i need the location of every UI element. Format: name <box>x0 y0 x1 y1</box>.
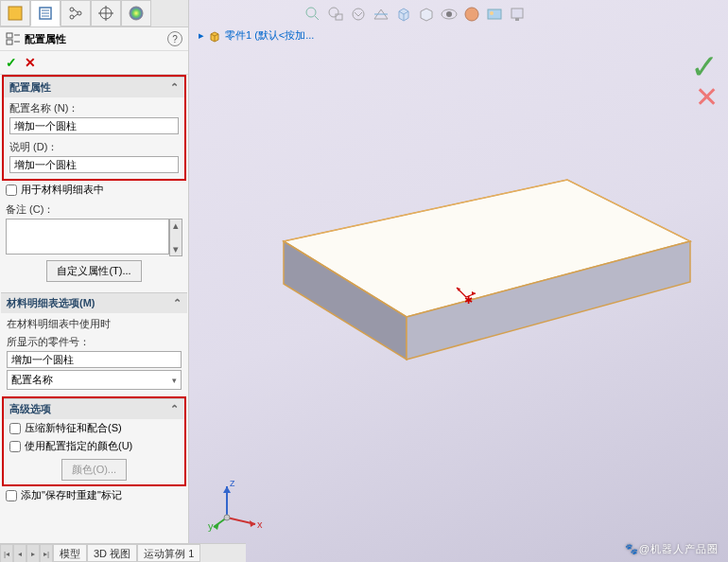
view-triad[interactable]: x y z <box>208 475 265 532</box>
desc-label: 说明 (D)： <box>9 138 179 156</box>
use-color-label: 使用配置指定的颜色(U) <box>25 439 132 453</box>
svg-rect-27 <box>488 9 501 19</box>
collapse-icon: ⌃ <box>173 297 182 309</box>
part-number-input[interactable] <box>7 351 182 368</box>
confirm-row: ✓ ✕ <box>0 51 188 75</box>
section-header-bom[interactable]: 材料明细表选项(M) ⌃ <box>1 292 187 313</box>
reject-feature-button[interactable]: ✕ <box>695 80 719 114</box>
svg-point-18 <box>306 8 316 17</box>
display-style-icon[interactable] <box>416 4 437 25</box>
add-rebuild-label: 添加"保存时重建"标记 <box>21 488 122 502</box>
tab-tree[interactable] <box>61 0 91 26</box>
svg-point-22 <box>353 9 364 20</box>
svg-point-20 <box>329 8 338 17</box>
tab-appearance[interactable] <box>121 0 151 26</box>
svg-point-25 <box>446 11 452 17</box>
3d-model-slab[interactable] <box>236 170 700 378</box>
tab-config[interactable] <box>30 0 61 26</box>
bom-options-section: 材料明细表选项(M) ⌃ 在材料明细表中使用时 所显示的零件号： 配置名称 ▾ <box>0 291 188 396</box>
config-icon <box>6 31 21 46</box>
cancel-button[interactable]: ✕ <box>25 55 36 70</box>
svg-text:✱: ✱ <box>464 294 473 305</box>
3d-viewport[interactable]: ▸ 零件1 (默认<按加... ✓ ✕ ✱ <box>189 0 728 562</box>
nav-prev[interactable]: ◂ <box>13 544 26 562</box>
breadcrumb[interactable]: ▸ 零件1 (默认<按加... <box>199 28 314 43</box>
watermark: 🐾@机器人产品圈 <box>625 539 719 556</box>
tab-motion[interactable]: 运动算例 1 <box>137 544 200 562</box>
textarea-scrollbar[interactable]: ▴▾ <box>169 219 182 256</box>
nav-next[interactable]: ▸ <box>26 544 40 562</box>
svg-line-8 <box>74 9 78 12</box>
svg-rect-21 <box>336 14 342 20</box>
use-in-bom-label: 用于材料明细表中 <box>21 183 104 197</box>
panel-tab-row <box>0 0 188 27</box>
zoom-window-icon[interactable] <box>325 4 346 25</box>
svg-point-7 <box>78 11 81 15</box>
panel-title: 配置属性 <box>25 32 167 46</box>
use-in-bom-checkbox[interactable] <box>6 184 17 196</box>
svg-point-6 <box>70 15 74 19</box>
custom-props-button[interactable]: 自定义属性(T)... <box>46 260 141 282</box>
section-title: 配置属性 <box>9 80 51 95</box>
svg-text:x: x <box>257 518 263 530</box>
prev-view-icon[interactable] <box>348 4 369 25</box>
bottom-tab-bar: |◂ ◂ ▸ ▸| 模型 3D 视图 运动算例 1 <box>0 543 246 562</box>
svg-marker-42 <box>250 520 255 527</box>
add-rebuild-checkbox[interactable] <box>6 490 17 501</box>
config-name-input[interactable] <box>9 117 179 134</box>
svg-rect-0 <box>9 7 22 20</box>
breadcrumb-arrow: ▸ <box>199 29 204 42</box>
section-view-icon[interactable] <box>371 4 391 25</box>
source-dropdown[interactable]: 配置名称 ▾ <box>7 370 182 390</box>
ok-button[interactable]: ✓ <box>6 55 17 70</box>
color-button[interactable]: 颜色(O)... <box>61 459 127 481</box>
zoom-fit-icon[interactable] <box>303 4 323 25</box>
tab-feature[interactable] <box>0 0 30 26</box>
part-icon <box>208 29 221 43</box>
property-panel: 配置属性 ? ✓ ✕ 配置属性 ⌃ 配置名称 (N)： 说明 (D)： <box>0 0 189 562</box>
use-in-bom-row[interactable]: 用于材料明细表中 <box>0 181 188 199</box>
chevron-down-icon: ▾ <box>172 376 177 385</box>
appearance-icon[interactable] <box>461 4 482 25</box>
dropdown-value: 配置名称 <box>11 373 53 387</box>
use-color-checkbox[interactable] <box>9 441 21 452</box>
svg-rect-29 <box>511 9 523 18</box>
view-orient-icon[interactable] <box>393 4 414 25</box>
collapse-icon: ⌃ <box>170 81 179 94</box>
use-color-row[interactable]: 使用配置指定的颜色(U) <box>4 437 184 455</box>
panel-header: 配置属性 ? <box>0 27 188 51</box>
section-header-advanced[interactable]: 高级选项 ⌃ <box>4 398 184 419</box>
bom-hint2: 所显示的零件号： <box>7 333 182 351</box>
section-header-config[interactable]: 配置属性 ⌃ <box>4 77 184 97</box>
suppress-row[interactable]: 压缩新特征和配合(S) <box>4 419 184 437</box>
svg-rect-14 <box>7 33 12 38</box>
scene-icon[interactable] <box>484 4 505 25</box>
svg-rect-30 <box>515 18 519 21</box>
svg-text:y: y <box>208 520 214 532</box>
bom-hint1: 在材料明细表中使用时 <box>7 315 182 333</box>
tab-target[interactable] <box>91 0 121 26</box>
nav-first[interactable]: |◂ <box>0 544 13 562</box>
svg-point-13 <box>130 7 143 20</box>
view-toolbar <box>303 4 528 25</box>
svg-line-19 <box>315 16 319 20</box>
render-icon[interactable] <box>507 4 528 25</box>
section-title: 材料明细表选项(M) <box>7 296 95 310</box>
svg-point-26 <box>465 8 478 21</box>
origin-marker: ✱ <box>454 284 478 305</box>
svg-point-28 <box>490 11 494 15</box>
suppress-checkbox[interactable] <box>9 423 21 434</box>
config-desc-input[interactable] <box>9 156 179 173</box>
paw-icon: 🐾 <box>625 543 639 554</box>
tab-model[interactable]: 模型 <box>53 544 87 562</box>
section-title: 高级选项 <box>9 402 51 416</box>
name-label: 配置名称 (N)： <box>9 99 179 117</box>
add-rebuild-row[interactable]: 添加"保存时重建"标记 <box>0 486 188 504</box>
nav-last[interactable]: ▸| <box>40 544 53 562</box>
svg-rect-15 <box>7 40 12 44</box>
hide-show-icon[interactable] <box>439 4 459 25</box>
tab-3dview[interactable]: 3D 视图 <box>87 544 137 562</box>
help-button[interactable]: ? <box>167 31 182 46</box>
svg-line-9 <box>74 14 78 17</box>
remark-textarea[interactable] <box>6 219 169 255</box>
